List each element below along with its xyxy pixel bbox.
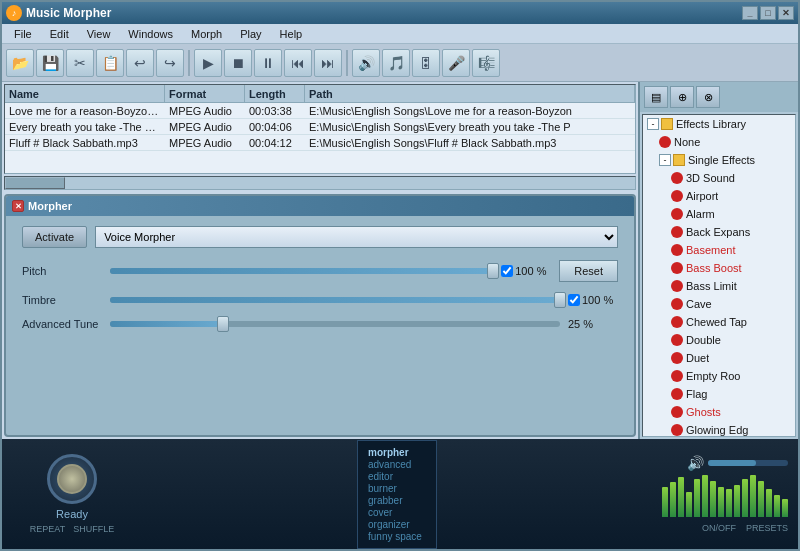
play-button[interactable]: ▶: [194, 49, 222, 77]
nav-grabber[interactable]: grabber: [368, 495, 426, 506]
eq-bar-7: [718, 487, 724, 517]
close-button[interactable]: ✕: [778, 6, 794, 20]
prev-button[interactable]: ⏮: [284, 49, 312, 77]
effect-bass-limit[interactable]: Bass Limit: [643, 277, 795, 295]
nav-morpher[interactable]: morpher: [368, 447, 426, 458]
undo-button[interactable]: ↩: [126, 49, 154, 77]
timbre-checkbox[interactable]: [568, 294, 580, 306]
effects-library-panel: ▤ ⊕ ⊗ - Effects Library None: [638, 82, 798, 439]
stop-button[interactable]: ⏹: [224, 49, 252, 77]
effect-flag[interactable]: Flag: [643, 385, 795, 403]
volume-slider[interactable]: [708, 460, 788, 466]
effect-duet[interactable]: Duet: [643, 349, 795, 367]
effects-library-root[interactable]: - Effects Library: [643, 115, 795, 133]
folder-icon-root: [661, 118, 673, 130]
effect-empty-room[interactable]: Empty Roo: [643, 367, 795, 385]
nav-cover[interactable]: cover: [368, 507, 426, 518]
menu-edit[interactable]: Edit: [42, 26, 77, 42]
expand-root[interactable]: -: [647, 118, 659, 130]
nav-organizer[interactable]: organizer: [368, 519, 426, 530]
menu-windows[interactable]: Windows: [120, 26, 181, 42]
notes-button[interactable]: 🎼: [472, 49, 500, 77]
timbre-slider[interactable]: [110, 297, 560, 303]
toolbar-separator-2: [346, 50, 348, 76]
col-header-length[interactable]: Length: [245, 85, 305, 102]
advanced-slider[interactable]: [110, 321, 560, 327]
eq-bar-12: [758, 481, 764, 517]
timbre-thumb[interactable]: [554, 292, 566, 308]
folder-single-effects[interactable]: - Single Effects: [643, 151, 795, 169]
shuffle-label[interactable]: SHUFFLE: [73, 524, 114, 534]
effects-button[interactable]: 🎵: [382, 49, 410, 77]
eq-bar-9: [734, 485, 740, 517]
repeat-label[interactable]: REPEAT: [30, 524, 65, 534]
save-button[interactable]: 💾: [36, 49, 64, 77]
effect-basement[interactable]: Basement: [643, 241, 795, 259]
pitch-thumb[interactable]: [487, 263, 499, 279]
expand-single-effects[interactable]: -: [659, 154, 671, 166]
nav-advanced[interactable]: advanced: [368, 459, 426, 470]
morpher-controls-top: Activate Voice Morpher: [22, 226, 618, 248]
file-name-1: Every breath you take -The Police!s.mp3: [5, 121, 165, 133]
effect-icon-airport: [671, 190, 683, 202]
effect-glowing-edge[interactable]: Glowing Edg: [643, 421, 795, 437]
effect-icon-double: [671, 334, 683, 346]
nav-funnyspace[interactable]: funny space: [368, 531, 426, 542]
effect-alarm[interactable]: Alarm: [643, 205, 795, 223]
effects-btn-3[interactable]: ⊗: [696, 86, 720, 108]
effect-label-cave: Cave: [686, 298, 712, 310]
pitch-checkbox[interactable]: [501, 265, 513, 277]
effects-btn-1[interactable]: ▤: [644, 86, 668, 108]
voice-morpher-select[interactable]: Voice Morpher: [95, 226, 618, 248]
effect-airport[interactable]: Airport: [643, 187, 795, 205]
effects-btn-2[interactable]: ⊕: [670, 86, 694, 108]
effect-chewed-tap[interactable]: Chewed Tap: [643, 313, 795, 331]
repeat-shuffle: REPEAT SHUFFLE: [30, 524, 114, 534]
maximize-button[interactable]: □: [760, 6, 776, 20]
eq-bar-3: [686, 492, 692, 517]
file-list-scrollbar[interactable]: [4, 176, 636, 190]
menu-morph[interactable]: Morph: [183, 26, 230, 42]
file-row[interactable]: Every breath you take -The Police!s.mp3 …: [5, 119, 635, 135]
minimize-button[interactable]: _: [742, 6, 758, 20]
effect-none[interactable]: None: [643, 133, 795, 151]
eq-presets[interactable]: PRESETS: [746, 523, 788, 533]
effect-3d-sound[interactable]: 3D Sound: [643, 169, 795, 187]
menu-play[interactable]: Play: [232, 26, 269, 42]
file-row[interactable]: Fluff # Black Sabbath.mp3 MPEG Audio 00:…: [5, 135, 635, 151]
nav-editor[interactable]: editor: [368, 471, 426, 482]
morpher-close-button[interactable]: ✕: [12, 200, 24, 212]
cut-button[interactable]: ✂: [66, 49, 94, 77]
volume-button[interactable]: 🔊: [352, 49, 380, 77]
activate-button[interactable]: Activate: [22, 226, 87, 248]
copy-button[interactable]: 📋: [96, 49, 124, 77]
eq-onoff[interactable]: ON/OFF: [702, 523, 736, 533]
open-button[interactable]: 📂: [6, 49, 34, 77]
effect-bass-boost[interactable]: Bass Boost: [643, 259, 795, 277]
effect-label-basement: Basement: [686, 244, 736, 256]
next-button[interactable]: ⏭: [314, 49, 342, 77]
col-header-format[interactable]: Format: [165, 85, 245, 102]
menu-help[interactable]: Help: [272, 26, 311, 42]
menu-file[interactable]: File: [6, 26, 40, 42]
mic-button[interactable]: 🎤: [442, 49, 470, 77]
eq-bar-0: [662, 487, 668, 517]
pause-button[interactable]: ⏸: [254, 49, 282, 77]
app-title: Music Morpher: [26, 6, 742, 20]
effect-label-flag: Flag: [686, 388, 707, 400]
effect-back-expans[interactable]: Back Expans: [643, 223, 795, 241]
effect-ghosts[interactable]: Ghosts: [643, 403, 795, 421]
scrollbar-thumb[interactable]: [5, 177, 65, 189]
menu-view[interactable]: View: [79, 26, 119, 42]
col-header-name[interactable]: Name: [5, 85, 165, 102]
pitch-slider[interactable]: [110, 268, 493, 274]
nav-burner[interactable]: burner: [368, 483, 426, 494]
effect-double[interactable]: Double: [643, 331, 795, 349]
col-header-path[interactable]: Path: [305, 85, 635, 102]
settings-button[interactable]: 🎛: [412, 49, 440, 77]
file-row[interactable]: Love me for a reason-Boyzone!s.mp3 MPEG …: [5, 103, 635, 119]
advanced-thumb[interactable]: [217, 316, 229, 332]
redo-button[interactable]: ↪: [156, 49, 184, 77]
reset-button[interactable]: Reset: [559, 260, 618, 282]
effect-cave[interactable]: Cave: [643, 295, 795, 313]
